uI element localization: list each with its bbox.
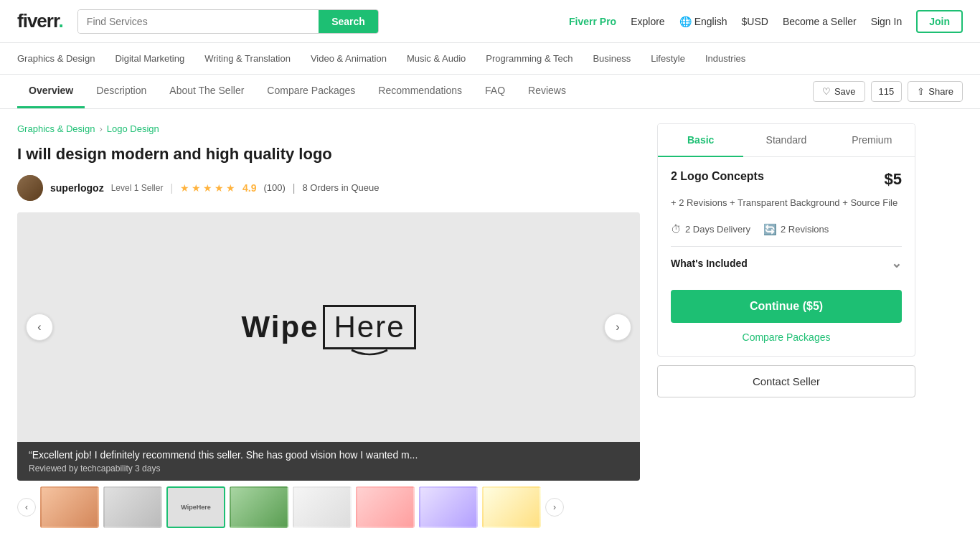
wipe-text: Wipe xyxy=(241,310,319,344)
category-nav: Graphics & DesignDigital MarketingWritin… xyxy=(0,43,980,75)
language-label: English xyxy=(694,16,727,27)
package-tab-premium[interactable]: Premium xyxy=(829,124,915,157)
thumbnail-2[interactable] xyxy=(103,486,162,528)
thumbnail-1[interactable] xyxy=(40,486,99,528)
breadcrumb-subcategory[interactable]: Logo Design xyxy=(107,123,159,134)
gallery-next-button[interactable]: › xyxy=(604,314,631,341)
save-button[interactable]: ♡ Save xyxy=(813,81,865,102)
thumb-next-button[interactable]: › xyxy=(545,498,564,517)
breadcrumb-sep: › xyxy=(99,123,102,134)
save-count: 115 xyxy=(871,81,903,102)
thumbnail-8[interactable] xyxy=(482,486,541,528)
seller-info: superlogoz Level 1 Seller | ★ ★ ★ ★ ★ 4.… xyxy=(17,175,640,201)
whats-included-toggle[interactable]: What's Included ⌄ xyxy=(671,246,902,280)
category-link-industries[interactable]: Industries xyxy=(705,53,745,64)
star-rating: ★ ★ ★ ★ ★ xyxy=(180,182,235,194)
category-link-lifestyle[interactable]: Lifestyle xyxy=(651,53,685,64)
tab-reviews[interactable]: Reviews xyxy=(517,75,578,108)
category-link-video---animation[interactable]: Video & Animation xyxy=(311,53,387,64)
logo[interactable]: fiverr. xyxy=(17,10,63,32)
logo-text: fiverr xyxy=(17,10,59,32)
gallery-main: Wipe Here ‹ › xyxy=(17,212,640,442)
share-label: Share xyxy=(928,86,953,97)
orders-count: 8 Orders in Queue xyxy=(303,182,380,193)
star-3: ★ xyxy=(203,182,212,194)
category-link-business[interactable]: Business xyxy=(593,53,631,64)
seller-name[interactable]: superlogoz xyxy=(50,182,104,194)
thumbnail-7[interactable] xyxy=(419,486,478,528)
join-button[interactable]: Join xyxy=(916,10,963,33)
search-button[interactable]: Search xyxy=(319,10,378,33)
compare-packages-link[interactable]: Compare Packages xyxy=(671,331,902,343)
thumbnail-strip: ‹ WipeHere › xyxy=(17,481,640,534)
thumb-prev-button[interactable]: ‹ xyxy=(17,498,36,517)
gig-title: I will design modern and high quality lo… xyxy=(17,144,640,165)
contact-seller-button[interactable]: Contact Seller xyxy=(657,365,915,397)
gallery-prev-button[interactable]: ‹ xyxy=(26,314,53,341)
review-overlay: “Excellent job! I definitely recommend t… xyxy=(17,442,640,481)
package-description: + 2 Revisions + Transparent Background +… xyxy=(671,196,902,210)
tab-compare-packages[interactable]: Compare Packages xyxy=(255,75,367,108)
package-tab-basic[interactable]: Basic xyxy=(658,124,743,157)
gig-content: Graphics & Design › Logo Design I will d… xyxy=(17,123,640,534)
review-by: Reviewed by techcapability 3 days xyxy=(29,463,628,474)
category-link-writing---translation[interactable]: Writing & Translation xyxy=(204,53,291,64)
clock-icon: ⏱ xyxy=(671,223,682,235)
main-content: Graphics & Design › Logo Design I will d… xyxy=(0,109,933,548)
breadcrumb-category[interactable]: Graphics & Design xyxy=(17,123,95,134)
page-tabs: Overview Description About The Seller Co… xyxy=(0,75,980,109)
become-seller-link[interactable]: Become a Seller xyxy=(783,16,857,27)
tab-description[interactable]: Description xyxy=(85,75,158,108)
currency-selector[interactable]: $USD xyxy=(742,16,768,27)
package-header: 2 Logo Concepts $5 xyxy=(671,170,902,189)
thumbnail-4[interactable] xyxy=(230,486,288,528)
category-link-music---audio[interactable]: Music & Audio xyxy=(407,53,466,64)
star-4: ★ xyxy=(215,182,224,194)
explore-link[interactable]: Explore xyxy=(631,16,664,27)
gallery-logo-display: Wipe Here xyxy=(241,305,415,349)
revisions-meta: 🔄 2 Revisions xyxy=(763,223,829,236)
globe-icon: 🌐 xyxy=(679,16,692,27)
package-price: $5 xyxy=(885,170,902,189)
package-tab-standard[interactable]: Standard xyxy=(743,124,829,157)
sign-in-link[interactable]: Sign In xyxy=(871,16,903,27)
rating-number: 4.9 xyxy=(242,182,256,194)
share-button[interactable]: ⇧ Share xyxy=(908,81,963,102)
review-text: “Excellent job! I definitely recommend t… xyxy=(29,449,628,461)
package-box: Basic Standard Premium 2 Logo Concepts $… xyxy=(657,123,915,357)
continue-button[interactable]: Continue ($5) xyxy=(671,290,902,323)
fiverr-pro-link[interactable]: Fiverr Pro xyxy=(569,16,616,27)
tab-overview[interactable]: Overview xyxy=(17,75,85,108)
save-label: Save xyxy=(834,86,856,97)
package-name: 2 Logo Concepts xyxy=(671,170,764,183)
review-count[interactable]: (100) xyxy=(264,182,286,193)
thumbnail-6[interactable] xyxy=(356,486,415,528)
here-box: Here xyxy=(323,305,415,349)
tab-about-seller[interactable]: About The Seller xyxy=(158,75,255,108)
search-input[interactable] xyxy=(78,10,319,33)
share-icon: ⇧ xyxy=(917,86,925,97)
tab-faq[interactable]: FAQ xyxy=(473,75,517,108)
search-bar: Search xyxy=(77,9,379,34)
thumbnail-5[interactable] xyxy=(293,486,352,528)
gallery-image: Wipe Here xyxy=(17,212,640,442)
category-link-graphics---design[interactable]: Graphics & Design xyxy=(17,53,95,64)
heart-icon: ♡ xyxy=(822,86,831,97)
category-link-digital-marketing[interactable]: Digital Marketing xyxy=(115,53,184,64)
revisions-text: 2 Revisions xyxy=(781,224,829,235)
thumbnail-3[interactable]: WipeHere xyxy=(166,486,225,528)
divider-2: | xyxy=(293,182,296,194)
logo-dot: . xyxy=(59,10,63,32)
tab-recommendations[interactable]: Recommendations xyxy=(367,75,473,108)
language-selector[interactable]: 🌐 English xyxy=(679,16,727,27)
category-link-programming---tech[interactable]: Programming & Tech xyxy=(486,53,573,64)
delivery-text: 2 Days Delivery xyxy=(685,224,750,235)
breadcrumb: Graphics & Design › Logo Design xyxy=(17,123,640,134)
header: fiverr. Search Fiverr Pro Explore 🌐 Engl… xyxy=(0,0,980,43)
star-1: ★ xyxy=(180,182,189,194)
tab-actions: ♡ Save 115 ⇧ Share xyxy=(813,81,963,102)
delivery-meta: ⏱ 2 Days Delivery xyxy=(671,223,750,235)
package-meta: ⏱ 2 Days Delivery 🔄 2 Revisions xyxy=(671,223,902,236)
here-underline xyxy=(348,349,391,359)
refresh-icon: 🔄 xyxy=(763,223,777,236)
